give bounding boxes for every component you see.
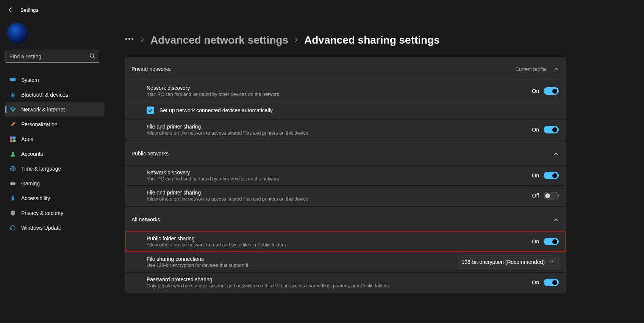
back-button[interactable] bbox=[8, 7, 14, 13]
dropdown-encryption[interactable]: 128-bit encryption (Recommended) bbox=[457, 256, 559, 268]
row-file-sharing-connections: File sharing connections Use 128-bit enc… bbox=[125, 251, 566, 272]
user-avatar[interactable] bbox=[7, 23, 28, 44]
app-title: Settings bbox=[20, 7, 38, 13]
toggle-password-protected-sharing[interactable] bbox=[544, 279, 559, 286]
bluetooth-icon bbox=[10, 92, 16, 98]
gamepad-icon bbox=[10, 180, 16, 187]
toggle-state-label: On bbox=[532, 238, 539, 245]
svg-point-8 bbox=[12, 152, 14, 154]
person-icon bbox=[10, 151, 16, 157]
toggle-state-label: Off bbox=[532, 193, 539, 199]
sidebar-item-accounts[interactable]: Accounts bbox=[5, 147, 105, 161]
shield-icon bbox=[10, 210, 16, 216]
nav-list: System Bluetooth & devices Network & int… bbox=[5, 73, 105, 235]
sidebar-item-label: Windows Update bbox=[21, 225, 61, 231]
sidebar-item-label: Privacy & security bbox=[21, 210, 63, 216]
svg-point-11 bbox=[12, 196, 14, 197]
toggle-state-label: On bbox=[532, 172, 539, 179]
sidebar-item-label: Apps bbox=[21, 136, 33, 142]
setting-title: File and printer sharing bbox=[147, 190, 308, 196]
setting-title: File sharing connections bbox=[147, 256, 248, 262]
setting-description: Only people who have a user account and … bbox=[147, 283, 389, 289]
svg-rect-7 bbox=[13, 140, 16, 142]
row-private-file-printer-sharing: File and printer sharing Allow others on… bbox=[125, 119, 566, 140]
apps-icon bbox=[10, 136, 16, 142]
setting-title: File and printer sharing bbox=[147, 124, 308, 130]
main-content: ••• Advanced network settings Advanced s… bbox=[110, 17, 644, 323]
section-title: Public networks bbox=[131, 151, 169, 157]
search-box[interactable] bbox=[5, 50, 99, 63]
setting-description: Your PC can find and be found by other d… bbox=[147, 176, 279, 182]
toggle-state-label: On bbox=[532, 127, 539, 133]
section-all-networks: All networks Public folder sharing Allow… bbox=[125, 207, 566, 293]
chevron-up-icon bbox=[553, 217, 559, 222]
chevron-right-icon bbox=[294, 37, 299, 44]
toggle-public-folder-sharing[interactable] bbox=[544, 238, 559, 245]
svg-point-0 bbox=[90, 53, 94, 57]
row-password-protected-sharing: Password protected sharing Only people w… bbox=[125, 272, 566, 292]
section-title: All networks bbox=[131, 216, 160, 223]
globe-clock-icon bbox=[10, 166, 16, 172]
sidebar-item-label: System bbox=[21, 77, 39, 83]
sidebar-item-label: Time & language bbox=[21, 166, 61, 172]
sidebar-item-personalization[interactable]: Personalization bbox=[5, 117, 105, 131]
chevron-up-icon bbox=[553, 151, 559, 156]
sidebar-item-label: Gaming bbox=[21, 180, 40, 187]
monitor-icon bbox=[10, 77, 16, 83]
sidebar-item-system[interactable]: System bbox=[5, 73, 105, 87]
svg-rect-4 bbox=[10, 136, 13, 139]
dropdown-value: 128-bit encryption (Recommended) bbox=[462, 259, 545, 265]
sidebar: System Bluetooth & devices Network & int… bbox=[0, 17, 110, 323]
current-profile-badge: Current profile bbox=[516, 66, 547, 72]
chevron-up-icon bbox=[553, 66, 559, 72]
chevron-right-icon bbox=[140, 37, 145, 44]
sidebar-item-apps[interactable]: Apps bbox=[5, 132, 105, 146]
wifi-icon bbox=[10, 107, 16, 113]
svg-rect-6 bbox=[10, 140, 13, 142]
breadcrumb-overflow-icon[interactable]: ••• bbox=[125, 37, 134, 43]
row-public-file-printer-sharing: File and printer sharing Allow others on… bbox=[125, 185, 566, 205]
section-header-public[interactable]: Public networks bbox=[125, 142, 566, 165]
section-public-networks: Public networks Network discovery Your P… bbox=[125, 141, 566, 206]
sidebar-item-label: Personalization bbox=[21, 121, 58, 127]
svg-rect-5 bbox=[13, 136, 16, 139]
sidebar-item-network[interactable]: Network & internet bbox=[5, 102, 105, 116]
row-private-network-discovery: Network discovery Your PC can find and b… bbox=[125, 81, 566, 101]
breadcrumb-parent[interactable]: Advanced network settings bbox=[150, 34, 288, 46]
row-public-folder-sharing: Public folder sharing Allow others on th… bbox=[125, 231, 566, 251]
section-header-private[interactable]: Private networks Current profile bbox=[125, 57, 566, 81]
sidebar-item-time-language[interactable]: Time & language bbox=[5, 162, 105, 176]
section-header-all[interactable]: All networks bbox=[125, 208, 566, 231]
sidebar-item-label: Accounts bbox=[21, 151, 43, 157]
setting-description: Use 128-bit encryption for devices that … bbox=[147, 263, 248, 268]
checkbox-label: Set up network connected devices automat… bbox=[159, 107, 273, 113]
search-icon bbox=[89, 53, 95, 60]
checkbox-auto-setup[interactable] bbox=[147, 107, 154, 114]
row-private-auto-setup: Set up network connected devices automat… bbox=[125, 101, 566, 119]
sidebar-item-bluetooth[interactable]: Bluetooth & devices bbox=[5, 88, 105, 102]
search-input[interactable] bbox=[9, 53, 89, 60]
toggle-private-file-printer-sharing[interactable] bbox=[544, 126, 559, 133]
breadcrumb: ••• Advanced network settings Advanced s… bbox=[125, 34, 566, 46]
sidebar-item-accessibility[interactable]: Accessibility bbox=[5, 191, 105, 205]
accessibility-icon bbox=[10, 195, 16, 201]
setting-description: Allow others on the network to access sh… bbox=[147, 196, 308, 202]
sidebar-item-windows-update[interactable]: Windows Update bbox=[5, 221, 105, 235]
row-public-network-discovery: Network discovery Your PC can find and b… bbox=[125, 165, 566, 185]
update-icon bbox=[10, 225, 16, 231]
setting-description: Allow others on the network to access sh… bbox=[147, 130, 308, 136]
toggle-private-network-discovery[interactable] bbox=[544, 87, 559, 95]
sidebar-item-gaming[interactable]: Gaming bbox=[5, 176, 105, 190]
toggle-public-file-printer-sharing[interactable] bbox=[544, 192, 559, 199]
setting-title: Network discovery bbox=[147, 169, 279, 176]
setting-title: Network discovery bbox=[147, 85, 279, 91]
setting-description: Allow others on the network to read and … bbox=[147, 242, 286, 248]
section-title: Private networks bbox=[131, 66, 170, 72]
sidebar-item-privacy[interactable]: Privacy & security bbox=[5, 206, 105, 220]
setting-description: Your PC can find and be found by other d… bbox=[147, 92, 279, 97]
sidebar-item-label: Bluetooth & devices bbox=[21, 92, 68, 98]
section-private-networks: Private networks Current profile Network… bbox=[125, 57, 566, 140]
toggle-public-network-discovery[interactable] bbox=[544, 172, 559, 179]
brush-icon bbox=[10, 121, 16, 127]
page-title: Advanced sharing settings bbox=[304, 34, 440, 46]
